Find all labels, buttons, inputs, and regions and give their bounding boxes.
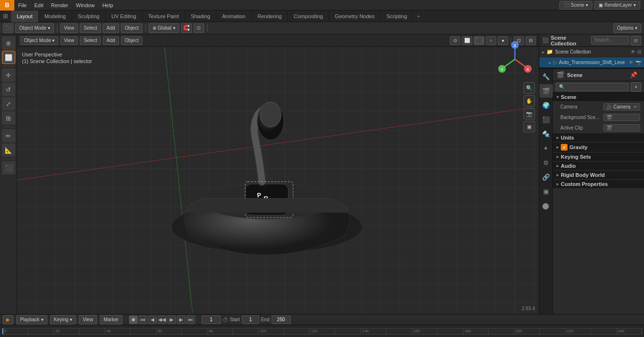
tab-texture-paint[interactable]: Texture Paint [142,11,185,22]
select-box-tool[interactable]: ⬜ [2,51,15,64]
prop-tab-constraints[interactable]: 🔗 [539,170,553,184]
scale-tool[interactable]: ⤢ [2,97,15,110]
outliner-search[interactable] [591,36,629,44]
jump-start-btn[interactable]: ⏮ [139,315,147,324]
active-clip-value[interactable]: 🎬 [603,124,640,131]
audio-section-header[interactable]: ▸ Audio [553,162,644,171]
units-section-header[interactable]: ▸ Units [553,133,644,142]
tab-layout[interactable]: Layout [11,11,39,22]
viewport-overlay-selector[interactable]: ⊙ [450,36,460,45]
start-frame-field[interactable]: 1 [242,315,259,324]
options-btn[interactable]: Options ▾ [613,23,641,33]
rotate-tool[interactable]: ↺ [2,83,15,96]
play-btn[interactable]: ▶ [167,315,176,324]
menu-help[interactable]: Help [98,0,117,11]
object-menu[interactable]: Object [121,23,142,33]
outliner-item-object[interactable]: ▸ ▷ Auto_Transmission_Shift_Leve 👁 📷 [539,57,644,68]
camera-view-btn[interactable]: 📷 [524,108,535,120]
viewport-shading-material[interactable]: ○ [486,36,496,45]
tab-sculpting[interactable]: Sculpting [72,11,106,22]
timeline-ruler[interactable]: 020406080100120140160180200220240 [2,328,642,335]
marker-menu[interactable]: Marker [100,315,122,325]
transform-orientation[interactable]: ⊕ Global ▾ [149,23,179,33]
next-keyframe-btn[interactable]: ▶ [177,315,186,324]
mode-icon-btn[interactable]: ⬛ [3,23,13,33]
pin-button[interactable]: 📌 [627,69,640,82]
tab-uv-editing[interactable]: UV Editing [106,11,142,22]
gravity-section-header[interactable]: ▸ ✓ Gravity [553,142,644,152]
transform-tool[interactable]: ⊞ [2,111,15,125]
jump-end-btn[interactable]: ⏭ [186,315,195,324]
menu-render[interactable]: Render [47,0,72,11]
render-preview-btn[interactable]: ▣ [524,121,535,132]
nav-icon[interactable]: ⊞ [0,12,11,20]
bg-scene-value[interactable]: 🎬 [603,114,640,121]
tab-scripting[interactable]: Scripting [381,11,413,22]
camera-eyedropper[interactable]: ✏ [633,104,637,109]
eye-icon[interactable]: 👁 [631,49,635,54]
proportional-edit-btn[interactable]: ⊙ [194,23,204,33]
view-menu[interactable]: View [60,23,78,33]
playback-record-btn[interactable]: ⏺ [129,315,138,324]
current-frame-field[interactable]: 1 [202,315,221,324]
prop-filter-btn[interactable]: ▾ [631,82,641,92]
prop-tab-world[interactable]: 🌍 [539,98,553,112]
outliner-filter-btn[interactable]: ⊟ [631,36,641,45]
add-workspace-button[interactable]: + [413,12,424,21]
add-menu[interactable]: Add [103,23,119,33]
zoom-in-btn[interactable]: 🔍 [524,82,535,94]
end-frame-field[interactable]: 250 [272,315,291,324]
tab-geometry-nodes[interactable]: Geometry Nodes [329,11,381,22]
measure-tool[interactable]: 📐 [2,143,15,157]
prop-tab-particles[interactable]: ✦ [539,141,553,155]
snap-magnet-btn[interactable]: 🧲 [181,23,192,33]
menu-window[interactable]: Window [72,0,98,11]
playback-menu[interactable]: Playback ▾ [16,315,47,325]
scene-selector[interactable]: ⬛ Scene ▾ [559,1,592,10]
prop-tab-physics[interactable]: ⚙ [539,156,553,169]
tab-shading[interactable]: Shading [185,11,216,22]
pan-btn[interactable]: ✋ [524,95,535,107]
menu-file[interactable]: File [14,0,31,11]
object-mode-selector[interactable]: Object Mode ▾ [15,23,54,33]
prop-tab-modifier[interactable]: 🔩 [539,127,553,141]
object-camera-icon[interactable]: 📷 [635,60,641,65]
camera-value[interactable]: 🎥 Camera ✏ [603,103,640,110]
vp-add-btn[interactable]: Add [103,36,119,45]
vp-view-btn[interactable]: View [60,36,78,45]
prop-tab-object[interactable]: ⬛ [539,113,553,126]
rigid-body-header[interactable]: ▸ Rigid Body World [553,171,644,180]
move-tool[interactable]: ✛ [2,68,15,82]
vp-object-btn[interactable]: Object [121,36,142,45]
vp-object-mode[interactable]: Object Mode ▾ [20,36,58,45]
gravity-checkbox[interactable]: ✓ [561,144,568,151]
object-eye-icon[interactable]: 👁 [629,60,633,65]
tab-animation[interactable]: Animation [217,11,252,22]
prev-keyframe-btn[interactable]: ◀ [148,315,157,324]
annotate-tool[interactable]: ✏ [2,129,15,142]
orientation-gizmo[interactable]: Z X Y [496,40,534,78]
menu-edit[interactable]: Edit [31,0,47,11]
tab-modeling[interactable]: Modeling [39,11,72,22]
filter-icon[interactable]: ⊟ [637,49,641,54]
viewport-shading-solid[interactable]: ⬛ [474,36,484,45]
viewport-shading-wire[interactable]: ⬜ [462,36,472,45]
viewport-3d[interactable]: Object Mode ▾ View Select Add Object ⊙ ⬜… [17,34,539,314]
keying-sets-header[interactable]: ▸ Keying Sets [553,152,644,162]
timeline-view-menu[interactable]: View [79,315,97,325]
keying-menu[interactable]: Keying ▾ [50,315,76,325]
prop-tab-material[interactable]: ⬤ [539,199,553,212]
tab-compositing[interactable]: Compositing [288,11,329,22]
add-cube-tool[interactable]: ⬛ [2,161,15,174]
cursor-tool[interactable]: ⊕ [2,36,15,50]
prop-tab-tool[interactable]: 🔧 [539,70,553,83]
select-menu[interactable]: Select [80,23,101,33]
custom-props-header[interactable]: ▸ Custom Properties [553,180,644,189]
prop-tab-data[interactable]: ▣ [539,185,553,198]
outliner-item-collection[interactable]: ▸ 📁 Scene Collection 👁 ⊟ [539,47,644,57]
play-reverse-btn[interactable]: ◀◀ [158,315,166,324]
renderlayer-selector[interactable]: ▣ RenderLayer ▾ [594,1,640,10]
tab-rendering[interactable]: Rendering [251,11,288,22]
vp-select-btn[interactable]: Select [80,36,101,45]
scene-section-header[interactable]: ▾ Scene [553,93,644,102]
